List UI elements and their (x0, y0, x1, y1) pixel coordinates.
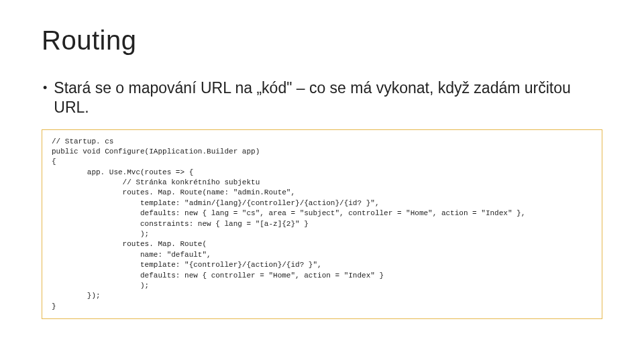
bullet-list: • Stará se o mapování URL na „kód" – co … (42, 78, 602, 117)
bullet-dot-icon: • (42, 78, 47, 97)
slide: Routing • Stará se o mapování URL na „kó… (0, 0, 644, 335)
bullet-text: Stará se o mapování URL na „kód" – co se… (54, 78, 602, 117)
page-title: Routing (42, 25, 602, 56)
code-block: // Startup. cs public void Configure(IAp… (42, 129, 602, 320)
list-item: • Stará se o mapování URL na „kód" – co … (42, 78, 602, 117)
